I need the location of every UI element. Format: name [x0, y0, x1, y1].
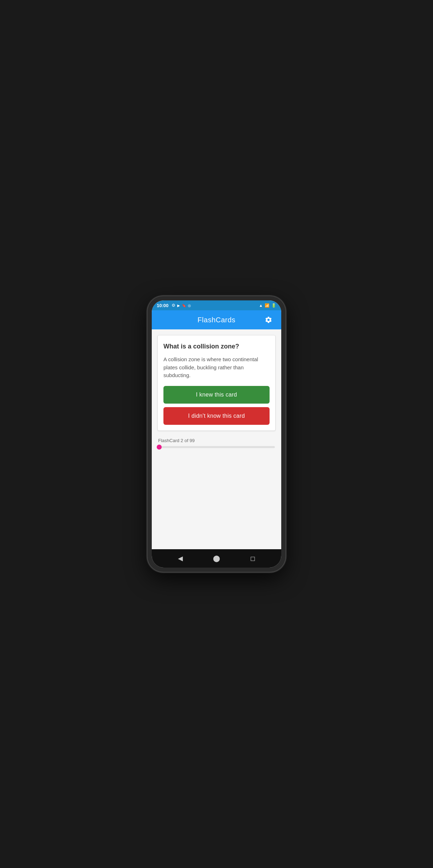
main-content: What is a collision zone? A collision zo…	[152, 329, 281, 549]
didnt-know-button[interactable]: I didn't know this card	[163, 407, 270, 425]
signal-icon: 📶	[265, 303, 270, 308]
wifi-icon: ▲	[259, 303, 263, 307]
back-icon: ◀	[178, 555, 183, 562]
status-left: 10:00 ⚙ ▶ 🔖 ◎	[157, 303, 191, 308]
phone-screen: 10:00 ⚙ ▶ 🔖 ◎ ▲ 📶 🔋 FlashCards	[152, 300, 281, 568]
status-bar: 10:00 ⚙ ▶ 🔖 ◎ ▲ 📶 🔋	[152, 300, 281, 310]
battery-icon: 🔋	[271, 303, 276, 308]
phone-frame: 10:00 ⚙ ▶ 🔖 ◎ ▲ 📶 🔋 FlashCards	[148, 296, 285, 572]
recent-apps-button[interactable]: ◻	[246, 551, 260, 565]
progress-section: FlashCard 2 of 99	[157, 436, 276, 450]
progress-bar-track	[158, 446, 275, 448]
app-title: FlashCards	[197, 316, 235, 324]
home-button[interactable]: ⬤	[209, 551, 224, 565]
gear-icon	[265, 316, 272, 324]
progress-label: FlashCard 2 of 99	[158, 438, 275, 443]
card-answer: A collision zone is where two continenta…	[163, 356, 270, 380]
progress-dot	[157, 445, 162, 450]
knew-button[interactable]: I knew this card	[163, 386, 270, 404]
settings-status-icon: ⚙	[172, 303, 175, 308]
circle-status-icon: ◎	[188, 304, 191, 307]
settings-button[interactable]	[261, 313, 276, 327]
card-question: What is a collision zone?	[163, 342, 270, 351]
recent-icon: ◻	[250, 555, 255, 562]
status-time: 10:00	[157, 303, 168, 308]
back-button[interactable]: ◀	[173, 551, 187, 565]
flashcard: What is a collision zone? A collision zo…	[157, 335, 276, 431]
bookmark-status-icon: 🔖	[182, 304, 186, 307]
home-icon: ⬤	[213, 555, 220, 562]
app-bar: FlashCards	[152, 310, 281, 329]
nav-bar: ◀ ⬤ ◻	[152, 549, 281, 568]
status-right: ▲ 📶 🔋	[259, 303, 276, 308]
progress-bar-fill	[158, 446, 159, 448]
play-status-icon: ▶	[177, 304, 180, 307]
